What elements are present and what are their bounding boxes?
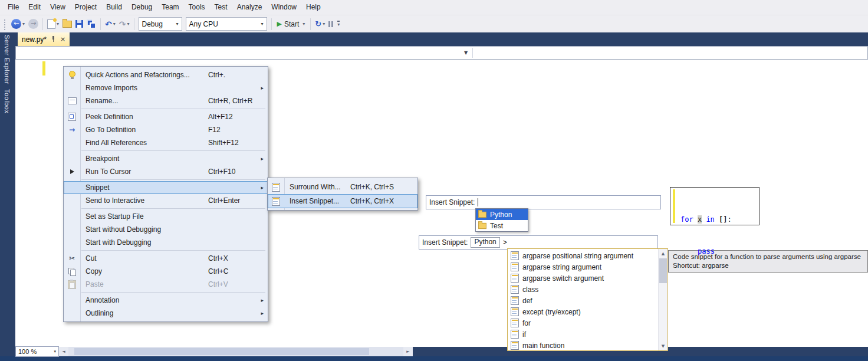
save-all-button[interactable]: [85, 17, 98, 31]
snippet-list-item[interactable]: argparse string argument: [508, 261, 658, 273]
menu-item-annotation[interactable]: Annotation: [64, 294, 268, 307]
menu-item-label: Run To Cursor: [80, 168, 131, 176]
open-file-button[interactable]: [61, 17, 74, 31]
snippet-name: main function: [522, 342, 564, 350]
scrollbar-thumb[interactable]: [659, 258, 667, 283]
menu-item-set-as-startup-file[interactable]: Set as Startup File: [64, 210, 268, 223]
menu-item-snippet[interactable]: Snippet: [64, 181, 268, 194]
menu-window[interactable]: Window: [267, 0, 301, 15]
menu-item-label: Surround With...: [284, 183, 341, 191]
menu-item-shortcut: Shift+F12: [208, 139, 239, 147]
navigate-forward-button[interactable]: [27, 17, 40, 31]
menu-test[interactable]: Test: [210, 0, 232, 15]
insert-snippet-expanded-field[interactable]: Insert Snippet: Python >: [419, 235, 658, 250]
snippet-list-item[interactable]: argparse positional string argument: [508, 250, 658, 261]
menu-view[interactable]: View: [45, 0, 70, 15]
new-file-icon: [47, 19, 55, 29]
snippet-list-item[interactable]: if: [508, 329, 658, 340]
submenu-arrow-icon: [261, 297, 264, 303]
snippet-icon: [511, 262, 519, 271]
scroll-up-icon[interactable]: [659, 249, 668, 258]
snippet-icon: [511, 274, 519, 283]
snippet-list-item[interactable]: argparse switch argument: [508, 273, 658, 284]
scroll-right-button[interactable]: [403, 347, 413, 356]
menu-item-find-all-references[interactable]: Find All References Shift+F12: [64, 136, 268, 149]
snippet-list-item[interactable]: class: [508, 284, 658, 295]
scroll-down-icon[interactable]: [659, 342, 668, 350]
menu-item-paste[interactable]: Paste Ctrl+V: [64, 278, 268, 291]
menu-project[interactable]: Project: [70, 0, 101, 15]
save-button[interactable]: [74, 17, 85, 31]
solution-configuration-select[interactable]: Debug: [139, 17, 182, 31]
menu-separator: [81, 208, 265, 209]
editor-navigation-bar[interactable]: [15, 46, 868, 60]
folder-item-python[interactable]: Python: [476, 209, 528, 220]
snippet-code-preview: for x in []: pass: [670, 187, 760, 225]
sidebar-tab-toolbox[interactable]: Toolbox: [4, 89, 11, 113]
menu-team[interactable]: Team: [157, 0, 183, 15]
menu-help[interactable]: Help: [301, 0, 326, 15]
menu-item-peek-definition[interactable]: Peek Definition Alt+F12: [64, 110, 268, 123]
new-file-button[interactable]: [45, 17, 61, 31]
redo-button[interactable]: [117, 17, 131, 31]
menu-analyze[interactable]: Analyze: [232, 0, 267, 15]
folder-name: Python: [490, 211, 512, 219]
menu-item-label: Snippet: [80, 183, 110, 192]
menu-build[interactable]: Build: [101, 0, 127, 15]
menu-item-shortcut: Ctrl+K, Ctrl+S: [350, 183, 394, 191]
menu-item-copy[interactable]: Copy Ctrl+C: [64, 265, 268, 278]
folder-item-test[interactable]: Test: [476, 220, 528, 231]
menu-edit[interactable]: Edit: [24, 0, 45, 15]
navigate-backward-button[interactable]: [9, 17, 27, 31]
menu-item-insert-snippet[interactable]: Insert Snippet... Ctrl+K, Ctrl+X: [268, 194, 417, 208]
scrollbar-thumb[interactable]: [74, 348, 369, 355]
menu-item-run-to-cursor[interactable]: Run To Cursor Ctrl+F10: [64, 165, 268, 178]
snippet-list-scrollbar[interactable]: [658, 249, 668, 350]
insert-snippet-prompt-field[interactable]: Insert Snippet:: [426, 195, 661, 209]
folder-name: Test: [490, 222, 503, 230]
selected-folder-chip[interactable]: Python: [471, 237, 499, 248]
menu-item-remove-imports[interactable]: Remove Imports: [64, 81, 268, 94]
toolbar-grip[interactable]: [3, 18, 6, 30]
snippet-folder-dropdown: Python Test: [475, 208, 528, 232]
menu-item-label: Outlining: [80, 309, 113, 317]
menu-separator: [81, 179, 265, 180]
document-tab-newpy[interactable]: new.py*: [18, 32, 70, 46]
start-debugging-button[interactable]: Start: [274, 20, 308, 28]
insert-snippet-prompt: Insert Snippet:: [422, 238, 468, 247]
solution-platform-select[interactable]: Any CPU: [186, 17, 267, 31]
menu-item-label: Rename...: [80, 97, 118, 105]
break-all-button[interactable]: [327, 17, 335, 31]
close-icon[interactable]: [60, 36, 65, 42]
restart-button[interactable]: [313, 17, 327, 31]
sidebar-tab-server-explorer[interactable]: Server Explorer: [4, 35, 11, 84]
menu-file[interactable]: File: [3, 0, 24, 15]
menu-item-outlining[interactable]: Outlining: [64, 307, 268, 320]
snippet-list-item[interactable]: for: [508, 317, 658, 329]
menu-item-rename[interactable]: Rename... Ctrl+R, Ctrl+R: [64, 94, 268, 107]
menu-item-go-to-definition[interactable]: Go To Definition F12: [64, 123, 268, 136]
menu-item-quick-actions[interactable]: Quick Actions and Refactorings... Ctrl+.: [64, 68, 268, 81]
menu-debug[interactable]: Debug: [127, 0, 157, 15]
menu-item-shortcut: Ctrl+Enter: [208, 196, 240, 205]
navbar-dropdown-icon[interactable]: [464, 50, 468, 55]
scroll-left-button[interactable]: [59, 347, 68, 356]
toolbar-options-overflow-button[interactable]: [337, 21, 340, 27]
snippet-list-item[interactable]: main function: [508, 340, 658, 350]
zoom-select[interactable]: 100 %: [15, 346, 59, 357]
undo-button[interactable]: [103, 17, 117, 31]
menu-item-send-to-interactive[interactable]: Send to Interactive Ctrl+Enter: [64, 194, 268, 207]
snippet-name: class: [522, 285, 538, 294]
snippet-list-item[interactable]: except (try/except): [508, 306, 658, 317]
menu-item-start-with-debugging[interactable]: Start with Debugging: [64, 236, 268, 249]
menu-item-surround-with[interactable]: Surround With... Ctrl+K, Ctrl+S: [268, 180, 417, 194]
snippet-list-item[interactable]: def: [508, 295, 658, 306]
menu-tools[interactable]: Tools: [184, 0, 210, 15]
pin-icon[interactable]: [51, 36, 56, 42]
standard-toolbar: Debug Any CPU Start: [0, 15, 868, 32]
menu-item-cut[interactable]: Cut Ctrl+X: [64, 252, 268, 265]
menu-item-start-without-debugging[interactable]: Start without Debugging: [64, 223, 268, 236]
menu-item-breakpoint[interactable]: Breakpoint: [64, 152, 268, 165]
undo-icon: [105, 19, 112, 29]
scrollbar-track[interactable]: [68, 347, 403, 356]
